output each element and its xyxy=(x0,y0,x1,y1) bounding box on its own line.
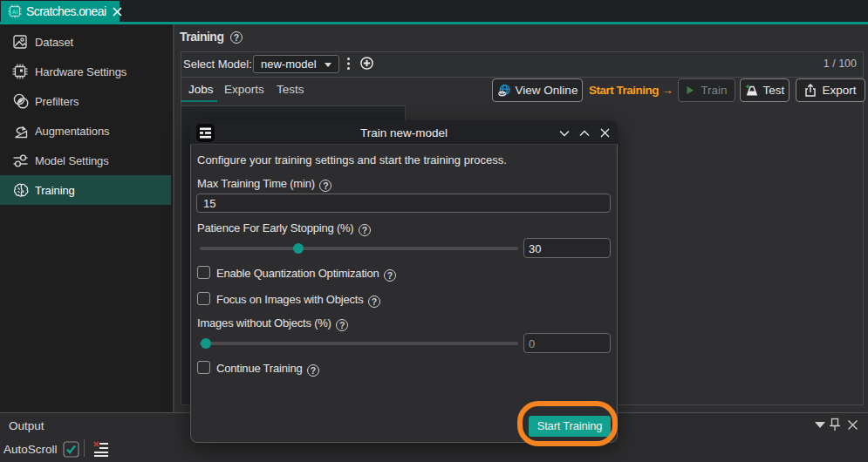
svg-text:AI: AI xyxy=(12,9,18,15)
